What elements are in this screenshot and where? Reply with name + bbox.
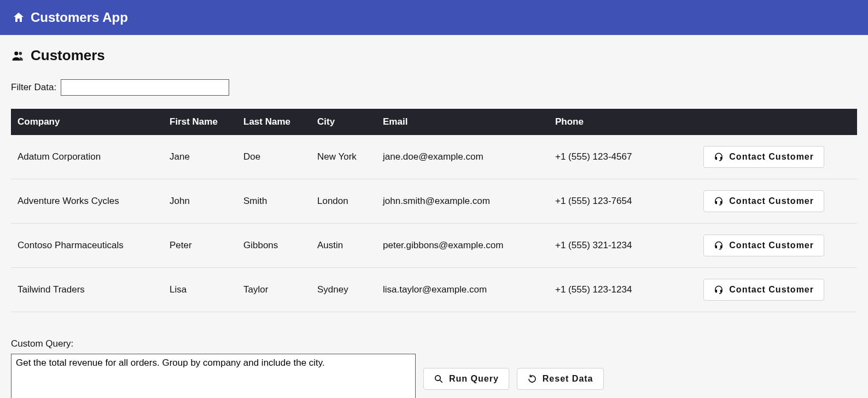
cell-action: Contact Customer (673, 135, 857, 179)
run-query-button[interactable]: Run Query (423, 368, 509, 390)
page-title: Customers (31, 47, 105, 64)
headset-icon (714, 285, 724, 295)
cell-city: Sydney (312, 268, 377, 312)
cell-first-name: Peter (164, 224, 238, 268)
cell-first-name: Lisa (164, 268, 238, 312)
headset-icon (714, 152, 724, 162)
cell-first-name: John (164, 179, 238, 224)
filter-input[interactable] (61, 79, 229, 96)
contact-customer-label: Contact Customer (729, 285, 814, 295)
refresh-icon (527, 374, 537, 384)
cell-company: Adatum Corporation (11, 135, 164, 179)
col-last-name[interactable]: Last Name (238, 109, 312, 135)
filter-label: Filter Data: (11, 82, 56, 93)
col-first-name[interactable]: First Name (164, 109, 238, 135)
cell-city: London (312, 179, 377, 224)
cell-phone: +1 (555) 123-7654 (550, 179, 673, 224)
col-actions (673, 109, 857, 135)
query-label: Custom Query: (11, 338, 857, 349)
filter-row: Filter Data: (11, 79, 857, 96)
run-query-label: Run Query (449, 374, 499, 384)
cell-email: lisa.taylor@example.com (377, 268, 550, 312)
cell-action: Contact Customer (673, 224, 857, 268)
cell-company: Adventure Works Cycles (11, 179, 164, 224)
table-row: Contoso PharmaceuticalsPeterGibbonsAusti… (11, 224, 857, 268)
cell-phone: +1 (555) 321-1234 (550, 224, 673, 268)
reset-data-button[interactable]: Reset Data (517, 368, 604, 390)
svg-point-2 (435, 376, 440, 381)
app-title: Customers App (31, 10, 128, 25)
cell-last-name: Gibbons (238, 224, 312, 268)
main-content: Customers Filter Data: Company First Nam… (0, 35, 868, 398)
home-icon[interactable] (12, 11, 25, 24)
cell-email: jane.doe@example.com (377, 135, 550, 179)
col-phone[interactable]: Phone (550, 109, 673, 135)
page-title-row: Customers (11, 47, 857, 64)
svg-point-0 (14, 51, 18, 55)
cell-last-name: Doe (238, 135, 312, 179)
headset-icon (714, 241, 724, 250)
people-icon (11, 49, 25, 63)
table-row: Adventure Works CyclesJohnSmithLondonjoh… (11, 179, 857, 224)
contact-customer-button[interactable]: Contact Customer (703, 235, 824, 256)
svg-line-3 (440, 380, 442, 383)
customers-table: Company First Name Last Name City Email … (11, 109, 857, 312)
contact-customer-button[interactable]: Contact Customer (703, 146, 824, 168)
contact-customer-label: Contact Customer (729, 241, 814, 250)
contact-customer-label: Contact Customer (729, 152, 814, 162)
query-textarea[interactable] (11, 354, 416, 398)
cell-email: peter.gibbons@example.com (377, 224, 550, 268)
cell-phone: +1 (555) 123-1234 (550, 268, 673, 312)
col-email[interactable]: Email (377, 109, 550, 135)
col-company[interactable]: Company (11, 109, 164, 135)
table-row: Adatum CorporationJaneDoeNew Yorkjane.do… (11, 135, 857, 179)
cell-city: Austin (312, 224, 377, 268)
cell-last-name: Smith (238, 179, 312, 224)
contact-customer-button[interactable]: Contact Customer (703, 279, 824, 301)
search-icon (434, 374, 444, 384)
contact-customer-button[interactable]: Contact Customer (703, 190, 824, 212)
app-header: Customers App (0, 0, 868, 35)
cell-action: Contact Customer (673, 268, 857, 312)
col-city[interactable]: City (312, 109, 377, 135)
cell-phone: +1 (555) 123-4567 (550, 135, 673, 179)
headset-icon (714, 196, 724, 206)
query-section: Custom Query: Run Query Reset Data (11, 338, 857, 398)
cell-first-name: Jane (164, 135, 238, 179)
contact-customer-label: Contact Customer (729, 196, 814, 206)
table-header: Company First Name Last Name City Email … (11, 109, 857, 135)
svg-point-1 (19, 51, 22, 55)
cell-email: john.smith@example.com (377, 179, 550, 224)
cell-city: New York (312, 135, 377, 179)
cell-last-name: Taylor (238, 268, 312, 312)
cell-company: Tailwind Traders (11, 268, 164, 312)
cell-company: Contoso Pharmaceuticals (11, 224, 164, 268)
reset-data-label: Reset Data (543, 374, 593, 384)
table-row: Tailwind TradersLisaTaylorSydneylisa.tay… (11, 268, 857, 312)
cell-action: Contact Customer (673, 179, 857, 224)
